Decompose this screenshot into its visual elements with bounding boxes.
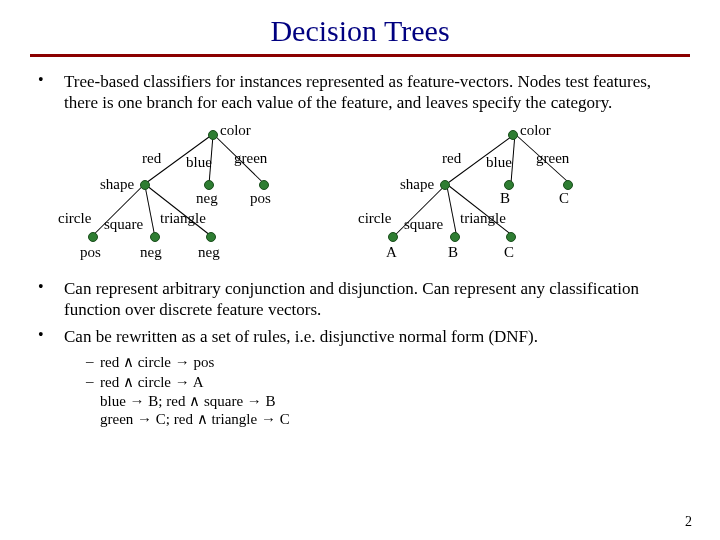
sub-marker: – xyxy=(86,353,100,371)
rule-1: – red ∧ circle → pos xyxy=(86,353,682,371)
sub-marker: – xyxy=(86,373,100,391)
right-square-leaf: B xyxy=(448,244,458,261)
svg-line-10 xyxy=(447,184,457,236)
bullet-marker: • xyxy=(38,326,64,347)
svg-line-4 xyxy=(145,184,155,236)
right-blue-leaf: B xyxy=(500,190,510,207)
right-edge-blue: blue xyxy=(486,154,512,171)
right-root-label: color xyxy=(520,122,551,139)
right-edge-red: red xyxy=(442,150,461,167)
left-square-node xyxy=(150,232,160,242)
bullet-marker: • xyxy=(38,71,64,114)
left-edge-square: square xyxy=(104,216,143,233)
right-edge-triangle: triangle xyxy=(460,210,506,227)
right-circle-node xyxy=(388,232,398,242)
right-edge-square: square xyxy=(404,216,443,233)
left-triangle-leaf: neg xyxy=(198,244,220,261)
right-triangle-node xyxy=(506,232,516,242)
right-circle-leaf: A xyxy=(386,244,397,261)
tree-edges xyxy=(38,120,682,270)
right-red-node xyxy=(440,180,450,190)
left-circle-leaf: pos xyxy=(80,244,101,261)
left-edge-red: red xyxy=(142,150,161,167)
tree-diagrams: color red blue green shape neg pos circl… xyxy=(38,120,682,270)
bullet-2-text: Can represent arbitrary conjunction and … xyxy=(64,278,682,321)
right-green-leaf: C xyxy=(559,190,569,207)
left-square-leaf: neg xyxy=(140,244,162,261)
left-triangle-node xyxy=(206,232,216,242)
rule-2: – red ∧ circle → A xyxy=(86,373,682,391)
left-root-label: color xyxy=(220,122,251,139)
left-red-node xyxy=(140,180,150,190)
bullet-2: • Can represent arbitrary conjunction an… xyxy=(38,278,682,321)
content-area: • Tree-based classifiers for instances r… xyxy=(0,71,720,428)
page-title: Decision Trees xyxy=(0,14,720,48)
rule-3b: green → C; red ∧ triangle → C xyxy=(100,410,682,428)
left-green-leaf: pos xyxy=(250,190,271,207)
right-square-node xyxy=(450,232,460,242)
bullet-marker: • xyxy=(38,278,64,321)
left-red-label: shape xyxy=(100,176,134,193)
left-root-node xyxy=(208,130,218,140)
left-edge-circle: circle xyxy=(58,210,91,227)
left-edge-triangle: triangle xyxy=(160,210,206,227)
left-circle-node xyxy=(88,232,98,242)
right-red-label: shape xyxy=(400,176,434,193)
right-edge-green: green xyxy=(536,150,569,167)
bullet-1-text: Tree-based classifiers for instances rep… xyxy=(64,71,682,114)
rule-3a: blue → B; red ∧ square → B xyxy=(100,392,682,410)
left-blue-leaf: neg xyxy=(196,190,218,207)
left-edge-blue: blue xyxy=(186,154,212,171)
right-edge-circle: circle xyxy=(358,210,391,227)
rule-2-text: red ∧ circle → A xyxy=(100,373,203,391)
left-green-node xyxy=(259,180,269,190)
title-rule xyxy=(30,54,690,57)
bullet-3-text: Can be rewritten as a set of rules, i.e.… xyxy=(64,326,538,347)
right-blue-node xyxy=(504,180,514,190)
bullet-1: • Tree-based classifiers for instances r… xyxy=(38,71,682,114)
rule-1-text: red ∧ circle → pos xyxy=(100,353,214,371)
right-green-node xyxy=(563,180,573,190)
left-edge-green: green xyxy=(234,150,267,167)
bullet-3: • Can be rewritten as a set of rules, i.… xyxy=(38,326,682,347)
page-number: 2 xyxy=(685,514,692,530)
right-root-node xyxy=(508,130,518,140)
left-blue-node xyxy=(204,180,214,190)
right-triangle-leaf: C xyxy=(504,244,514,261)
